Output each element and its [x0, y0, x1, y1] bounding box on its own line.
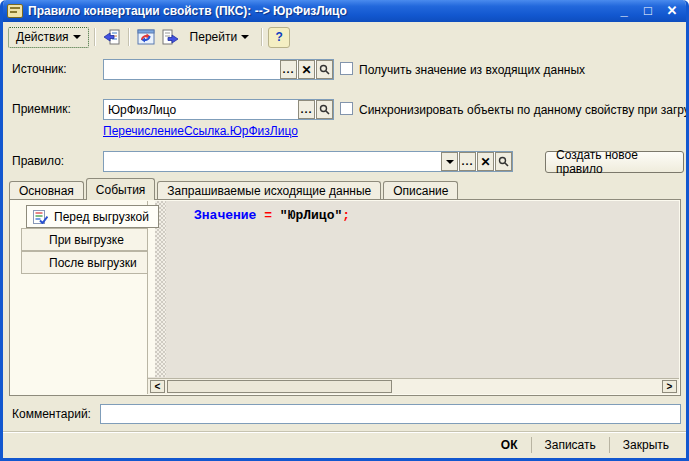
- code-editor[interactable]: Значение = "ЮрЛицо"; < >: [147, 201, 679, 394]
- scrollbar-thumb[interactable]: [167, 380, 392, 393]
- rule-dropdown-button[interactable]: [441, 152, 458, 171]
- magnifier-icon: [498, 156, 509, 167]
- code-keyword: Значение: [194, 208, 256, 223]
- event-label: При выгрузке: [49, 233, 124, 247]
- ellipsis-icon: ...: [300, 104, 312, 115]
- event-label: Перед выгрузкой: [54, 210, 149, 224]
- actions-menu-button[interactable]: Действия: [8, 27, 89, 48]
- receiver-type-link[interactable]: ПеречислениеСсылка.ЮрФизЛицо: [103, 124, 298, 138]
- source-incoming-checkbox[interactable]: [340, 62, 353, 75]
- toolbar: Действия: [6, 25, 683, 49]
- event-label: После выгрузки: [49, 256, 137, 270]
- receiver-sync-checkbox[interactable]: [340, 102, 353, 115]
- goto-related-button[interactable]: [159, 27, 181, 48]
- rule-open-button[interactable]: [495, 152, 512, 171]
- event-on-export[interactable]: При выгрузке: [21, 228, 154, 251]
- clear-icon: ✕: [301, 64, 311, 76]
- toolbar-separator: [128, 28, 130, 46]
- client-area: Действия: [3, 22, 686, 458]
- ok-button[interactable]: ОК: [488, 435, 531, 456]
- receiver-label: Приемник:: [12, 102, 71, 116]
- maximize-button[interactable]: □: [640, 2, 656, 20]
- comment-input[interactable]: [100, 404, 681, 424]
- source-input[interactable]: [104, 60, 279, 79]
- receiver-choose-button[interactable]: ...: [298, 100, 315, 119]
- window-title: Правило конвертации свойств (ПКС): --> Ю…: [28, 4, 616, 18]
- clear-icon: ✕: [480, 156, 490, 168]
- rule-clear-button[interactable]: ✕: [477, 152, 494, 171]
- magnifier-icon: [319, 104, 330, 115]
- chevron-down-icon: [241, 35, 249, 39]
- close-action-button[interactable]: Закрыть: [610, 435, 682, 456]
- exchange-rules-button[interactable]: [135, 27, 157, 48]
- goto-label: Перейти: [190, 30, 238, 44]
- code-terminator: ;: [342, 208, 350, 223]
- minimize-button[interactable]: _: [616, 2, 632, 20]
- source-open-button[interactable]: [316, 60, 333, 79]
- chevron-down-icon: [446, 160, 454, 164]
- receiver-field-group: ...: [103, 99, 334, 120]
- source-clear-button[interactable]: ✕: [298, 60, 315, 79]
- exchange-icon: [137, 29, 155, 45]
- dialog-window: Правило конвертации свойств (ПКС): --> Ю…: [0, 0, 689, 461]
- footer-bar: ОК Записать Закрыть: [3, 431, 686, 458]
- scroll-right-arrow-icon[interactable]: >: [662, 380, 677, 393]
- event-after-export[interactable]: После выгрузки: [21, 251, 154, 274]
- source-incoming-checkbox-label: Получить значение из входящих данных: [359, 63, 585, 77]
- ellipsis-icon: ...: [282, 64, 294, 75]
- receiver-sync-checkbox-label: Синхронизировать объекты по данному свой…: [359, 103, 689, 117]
- tab-requested-data[interactable]: Запрашиваемые исходящие данные: [157, 181, 381, 200]
- rule-field-group: ... ✕: [103, 151, 513, 172]
- event-before-export[interactable]: Перед выгрузкой: [26, 205, 159, 228]
- source-field-group: ... ✕: [103, 59, 334, 80]
- create-rule-button[interactable]: Создать новое правило: [545, 151, 684, 173]
- document-arrow-right-icon: [161, 29, 179, 45]
- chevron-down-icon: [73, 35, 81, 39]
- scroll-left-arrow-icon[interactable]: <: [150, 380, 165, 393]
- code-line[interactable]: Значение = "ЮрЛицо";: [194, 208, 350, 223]
- rule-input[interactable]: [104, 152, 440, 171]
- tab-main[interactable]: Основная: [9, 181, 84, 200]
- actions-label: Действия: [16, 30, 69, 44]
- code-string: "ЮрЛицо": [280, 208, 342, 223]
- toolbar-separator: [261, 28, 263, 46]
- event-handler-icon: [33, 210, 48, 224]
- window-icon: [7, 4, 23, 18]
- ellipsis-icon: ...: [461, 156, 473, 167]
- magnifier-icon: [319, 64, 330, 75]
- receiver-input[interactable]: [104, 100, 297, 119]
- titlebar[interactable]: Правило конвертации свойств (ПКС): --> Ю…: [0, 0, 689, 22]
- save-button[interactable]: Записать: [532, 435, 609, 456]
- tab-description[interactable]: Описание: [383, 181, 458, 200]
- receiver-open-button[interactable]: [316, 100, 333, 119]
- toolbar-separator: [94, 28, 96, 46]
- document-arrow-left-icon: [103, 29, 121, 45]
- code-operator: =: [264, 208, 272, 223]
- goto-menu-button[interactable]: Перейти: [183, 27, 257, 48]
- move-to-source-button[interactable]: [101, 27, 123, 48]
- comment-label: Комментарий:: [12, 407, 91, 421]
- help-button[interactable]: ?: [268, 27, 290, 48]
- tab-events[interactable]: События: [86, 178, 156, 200]
- source-label: Источник:: [12, 62, 67, 76]
- events-tab-content: Перед выгрузкой При выгрузке После выгру…: [9, 199, 681, 396]
- horizontal-scrollbar[interactable]: < >: [148, 378, 679, 394]
- close-button[interactable]: ✕: [664, 2, 680, 20]
- tab-strip: Основная События Запрашиваемые исходящие…: [9, 178, 460, 200]
- source-choose-button[interactable]: ...: [280, 60, 297, 79]
- rule-choose-button[interactable]: ...: [459, 152, 476, 171]
- rule-label: Правило:: [12, 154, 64, 168]
